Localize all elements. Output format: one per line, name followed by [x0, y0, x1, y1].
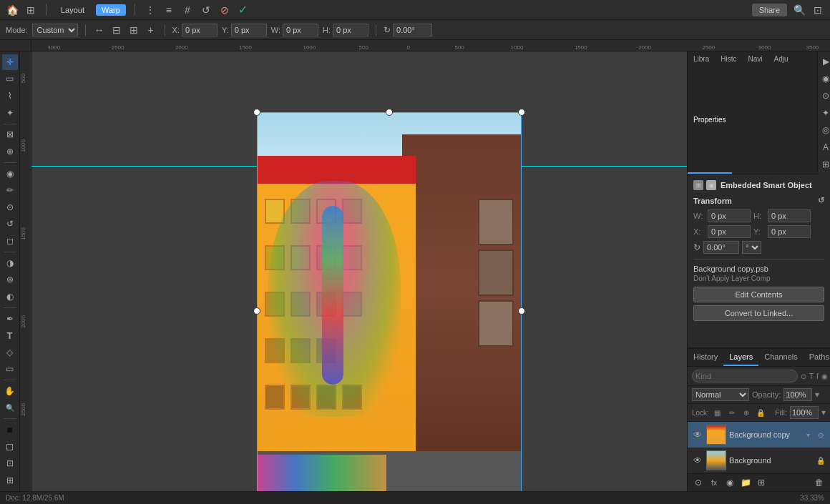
rectangular-select-tool[interactable]: ▭: [2, 71, 18, 87]
warp-x-input[interactable]: 0 px: [182, 24, 218, 36]
layers-search-input[interactable]: [692, 370, 798, 382]
panel-action-5[interactable]: ◎: [818, 122, 830, 138]
eyedropper-tool[interactable]: ⊕: [2, 144, 18, 159]
rotate-input[interactable]: [703, 241, 739, 254]
layer-fx-icon[interactable]: ⊙: [816, 430, 826, 440]
history-brush-tool[interactable]: ↺: [2, 217, 18, 232]
zoom-tool[interactable]: 🔍: [2, 400, 18, 416]
eraser-tool[interactable]: ◻: [2, 233, 18, 249]
search-icon[interactable]: 🔍: [793, 4, 806, 16]
history-tab[interactable]: Histc: [715, 51, 742, 112]
prop-w-input[interactable]: 0 px: [708, 209, 751, 222]
filter-text-icon[interactable]: T: [809, 370, 814, 382]
handle-mid-right[interactable]: [518, 307, 525, 315]
add-fx-btn[interactable]: fx: [708, 476, 721, 489]
canvas-image-container[interactable]: [257, 112, 522, 491]
panel-action-1[interactable]: ▶: [818, 54, 830, 69]
window-icon[interactable]: ⊡: [811, 4, 824, 16]
blur-tool[interactable]: ⊛: [2, 272, 18, 287]
cancel-icon[interactable]: ⊘: [218, 4, 231, 16]
add-adjustment-btn[interactable]: ⊙: [692, 476, 705, 489]
transform-reset-icon[interactable]: ↺: [818, 196, 824, 205]
stamp-tool[interactable]: ⊙: [2, 199, 18, 215]
layout-button[interactable]: Layout: [55, 4, 90, 16]
crop-tool[interactable]: ⊠: [2, 127, 18, 142]
pen-tool[interactable]: ✒: [2, 311, 18, 327]
new-group-btn[interactable]: 📁: [739, 476, 752, 489]
screen-mode-btn[interactable]: ⊞: [2, 473, 18, 488]
gradient-tool[interactable]: ◑: [2, 255, 18, 271]
background-copy-layer-item[interactable]: 👁 Background copy ▾ ⊙: [688, 422, 830, 448]
adjustments-tab[interactable]: Adju: [768, 51, 794, 112]
lasso-tool[interactable]: ⌇: [2, 88, 18, 104]
warp-rotate-input[interactable]: [393, 24, 432, 36]
grid-icon-3[interactable]: #: [181, 4, 194, 16]
lock-all-btn[interactable]: 🔒: [755, 407, 766, 418]
split-h-icon[interactable]: ⊟: [110, 24, 123, 36]
quick-mask-mode[interactable]: ⊡: [2, 456, 18, 472]
panel-action-2[interactable]: ◉: [818, 71, 830, 87]
channels-panel-tab[interactable]: Channels: [758, 349, 803, 366]
filter-smart-icon[interactable]: ◉: [821, 370, 828, 382]
new-layer-btn[interactable]: ⊞: [755, 476, 768, 489]
delete-layer-btn[interactable]: 🗑: [813, 476, 826, 489]
warp-mode-select[interactable]: Custom Arc Warp: [32, 24, 78, 36]
fill-input[interactable]: [790, 406, 819, 419]
lock-position-btn[interactable]: ⊕: [741, 407, 752, 418]
hand-tool[interactable]: ✋: [2, 383, 18, 399]
layer-visibility-icon-copy[interactable]: 👁: [692, 429, 703, 440]
edit-contents-button[interactable]: Edit Contents: [693, 287, 824, 302]
opacity-input[interactable]: [783, 388, 812, 401]
warp-button[interactable]: Warp: [96, 4, 126, 16]
foreground-color[interactable]: ■: [2, 422, 18, 438]
panel-action-6[interactable]: A: [818, 139, 830, 155]
text-tool[interactable]: T: [2, 327, 18, 343]
handle-top-mid[interactable]: [386, 109, 393, 116]
warp-h-input[interactable]: 0 px: [333, 24, 368, 36]
filter-fx-icon[interactable]: f: [816, 370, 819, 382]
undo-icon[interactable]: ↺: [200, 4, 213, 16]
prop-y-input[interactable]: 0 px: [768, 225, 811, 238]
handle-top-left[interactable]: [253, 109, 260, 116]
tools-icon[interactable]: ⊞: [24, 4, 37, 16]
shape-tool[interactable]: ▭: [2, 362, 18, 377]
spot-heal-tool[interactable]: ◉: [2, 166, 18, 182]
fill-chevron-icon[interactable]: ▾: [821, 407, 826, 417]
add-point-icon[interactable]: +: [145, 24, 157, 36]
handle-top-right[interactable]: [518, 109, 525, 116]
grid-icon-1[interactable]: ⋮: [144, 4, 157, 16]
layer-visibility-icon-bg[interactable]: 👁: [692, 455, 703, 466]
share-button[interactable]: Share: [752, 4, 787, 16]
layer-expand-icon[interactable]: ▾: [803, 430, 813, 440]
panel-action-4[interactable]: ✦: [818, 105, 830, 121]
move-tool[interactable]: ✛: [2, 54, 18, 70]
panel-action-7[interactable]: ⊞: [818, 157, 830, 172]
brush-tool[interactable]: ✏: [2, 182, 18, 198]
handle-mid-left[interactable]: [253, 307, 260, 315]
background-color[interactable]: □: [2, 439, 18, 455]
rotate-unit-select[interactable]: °: [742, 241, 761, 254]
paths-panel-tab[interactable]: Paths: [804, 349, 830, 366]
lock-pixels-btn[interactable]: ▦: [712, 407, 723, 418]
magic-wand-tool[interactable]: ✦: [2, 105, 18, 121]
panel-action-3[interactable]: ⊙: [818, 88, 830, 104]
warp-w-input[interactable]: 0 px: [283, 24, 318, 36]
history-panel-tab[interactable]: History: [688, 349, 723, 366]
grid-icon-2[interactable]: ≡: [162, 4, 175, 16]
change-warp-icon[interactable]: ↔: [93, 24, 106, 36]
blend-mode-select[interactable]: Normal Multiply Screen Overlay: [692, 388, 749, 401]
path-select-tool[interactable]: ◇: [2, 345, 18, 360]
convert-linked-button[interactable]: Convert to Linked...: [693, 305, 824, 321]
background-layer-item[interactable]: 👁 Background 🔒: [688, 448, 830, 473]
add-mask-btn[interactable]: ◉: [723, 476, 736, 489]
split-v-icon[interactable]: ⊞: [127, 24, 140, 36]
lock-paint-btn[interactable]: ✏: [726, 407, 738, 418]
libraries-tab[interactable]: Libra: [688, 51, 715, 112]
navigator-tab[interactable]: Navi: [742, 51, 768, 112]
filter-pixel-icon[interactable]: ⊙: [801, 370, 806, 382]
layers-panel-tab[interactable]: Layers: [723, 349, 758, 366]
canvas-area[interactable]: [31, 51, 687, 491]
confirm-icon[interactable]: ✓: [237, 4, 250, 16]
prop-x-input[interactable]: 0 px: [708, 225, 751, 238]
prop-h-input[interactable]: 0 px: [768, 209, 811, 222]
